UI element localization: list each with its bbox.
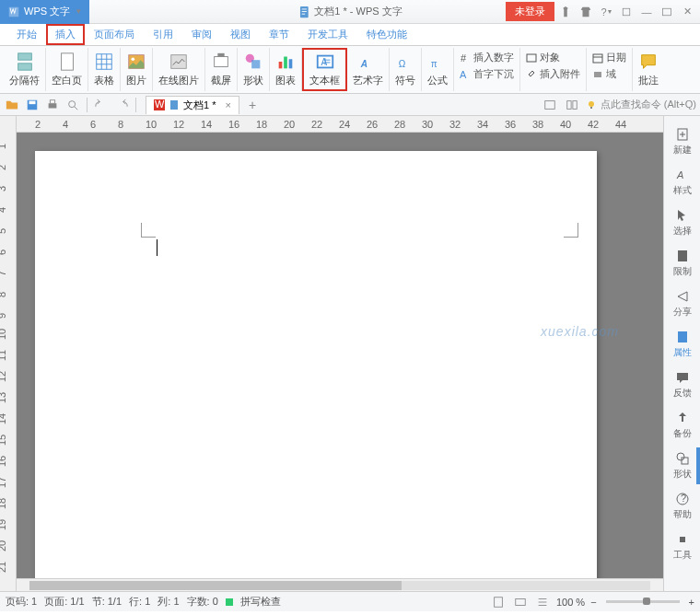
ribbon-textbox[interactable]: A文本框 [302,48,347,91]
close-icon[interactable]: ✕ [678,3,696,21]
skin-icon[interactable] [556,3,575,21]
ruler-tick: 6 [90,119,96,130]
redo-icon[interactable] [113,97,130,113]
preview-icon[interactable] [64,97,81,113]
ruler-tick: 4 [63,119,68,130]
horizontal-ruler[interactable]: 2468101214161820222426283032343638404244 [17,116,663,133]
ruler-tick: 44 [615,119,626,130]
ribbon-comment[interactable]: 批注 [633,48,664,91]
status-zoom[interactable]: 100 % [556,597,585,608]
open-icon[interactable] [4,97,20,113]
ruler-tick: 3 [0,186,7,191]
help-icon[interactable]: ?▾ [597,3,615,21]
side-select[interactable]: 选择 [664,204,700,241]
menu-devtools[interactable]: 开发工具 [298,24,357,45]
wordart-icon: A [358,52,379,72]
ribbon-equation[interactable]: π公式 [422,48,454,91]
ribbon-wordart[interactable]: A艺术字 [347,48,390,91]
view2-icon[interactable] [564,97,580,113]
menu-section[interactable]: 章节 [260,24,298,45]
ruler-tick: 5 [0,228,7,234]
side-props[interactable]: 属性 [664,326,700,363]
ribbon-object[interactable]: 对象 [524,50,582,65]
status-pages[interactable]: 页面: 1/1 [44,595,84,609]
layout-print-icon[interactable] [490,594,507,610]
login-button[interactable]: 未登录 [506,2,554,21]
side-style[interactable]: A样式 [664,164,700,201]
layout-outline-icon[interactable] [534,594,551,610]
minimize-icon[interactable]: — [637,3,656,21]
status-page[interactable]: 页码: 1 [6,595,37,609]
side-new[interactable]: 新建 [664,123,700,160]
svg-text:A: A [359,59,367,69]
ribbon-insertnumber[interactable]: #插入数字 [458,50,516,65]
side-share[interactable]: 分享 [664,285,700,322]
shirt-icon[interactable] [577,3,595,21]
ribbon-date[interactable]: 日期 [590,50,628,65]
restore-down-icon[interactable] [617,3,636,21]
ruler-tick: 7 [0,271,7,276]
ribbon-separator[interactable]: 分隔符 [4,48,46,91]
app-title[interactable]: WPS 文字 ▼ [0,0,89,24]
menu-review[interactable]: 审阅 [182,24,221,45]
menu-insert[interactable]: 插入 [46,24,85,45]
side-restrict[interactable]: 限制 [664,245,700,282]
tools-icon [675,532,690,547]
status-section[interactable]: 节: 1/1 [92,595,122,609]
undo-icon[interactable] [93,97,110,113]
zoom-in-icon[interactable]: + [689,597,694,608]
ribbon-chart[interactable]: 图表 [270,48,302,91]
menu-view[interactable]: 视图 [221,24,260,45]
ruler-tick: 18 [256,119,267,130]
zoom-thumb[interactable] [643,598,650,605]
menu-start[interactable]: 开始 [7,24,46,45]
status-line[interactable]: 行: 1 [129,595,150,609]
ruler-tick: 38 [532,119,543,130]
svg-rect-37 [594,72,601,77]
scroll-thumb[interactable] [29,581,402,590]
side-feedback[interactable]: 反馈 [664,366,700,403]
separator [135,98,136,112]
page[interactable] [35,151,597,578]
status-words[interactable]: 字数: 0 [187,595,218,609]
print-icon[interactable] [44,97,61,113]
status-spell[interactable]: 拼写检查 [240,595,281,609]
zoom-slider[interactable] [606,600,680,603]
document-area[interactable]: xuexila.com [17,133,663,578]
separator [87,98,88,112]
ribbon-field[interactable]: 域 [590,66,628,82]
tab-close-icon[interactable]: × [225,99,230,110]
status-col[interactable]: 列: 1 [158,595,179,609]
side-tools[interactable]: 工具 [664,528,700,565]
side-help[interactable]: ?帮助 [664,488,700,525]
ruler-tick: 12 [173,119,184,130]
view1-icon[interactable] [542,97,558,113]
command-search[interactable]: 点此查找命令 (Alt+Q) [586,98,696,111]
ribbon-screenshot[interactable]: 截屏 [205,48,238,91]
side-backup[interactable]: 备份 [664,407,700,444]
ribbon-symbol[interactable]: Ω符号 [390,48,422,91]
document-tab[interactable]: W 文档1 * × [146,96,239,114]
maximize-icon[interactable] [658,3,676,21]
side-shape[interactable]: 形状 [664,447,700,484]
ribbon-blankpage[interactable]: 空白页 [46,48,88,91]
tab-add-icon[interactable]: + [249,98,256,112]
ribbon-dropcap[interactable]: A首字下沉 [458,66,516,82]
ribbon-table[interactable]: 表格 [88,48,121,91]
zoom-out-icon[interactable]: − [590,597,596,608]
save-icon[interactable] [24,97,41,113]
vertical-ruler[interactable]: 123456789101112131415161718192021 [0,116,17,591]
props-icon [675,330,690,344]
layout-web-icon[interactable] [512,594,529,610]
menu-references[interactable]: 引用 [144,24,182,45]
horizontal-scrollbar[interactable] [17,578,663,591]
ribbon-shapes[interactable]: 形状 [238,48,270,91]
menu-pagelayout[interactable]: 页面布局 [85,24,144,45]
chart-icon [275,52,296,72]
feedback-icon [675,370,690,385]
ribbon-attach[interactable]: 插入附件 [524,66,582,82]
ribbon-onlinepic[interactable]: 在线图片 [153,48,205,91]
svg-rect-63 [495,597,503,607]
menu-special[interactable]: 特色功能 [357,24,416,45]
ribbon-picture[interactable]: 图片 [121,48,153,91]
